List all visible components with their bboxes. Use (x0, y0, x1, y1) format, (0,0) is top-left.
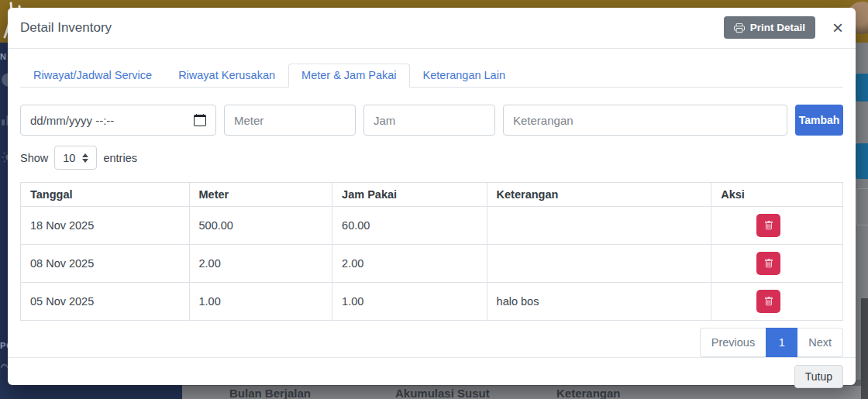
modal-header: Detail Inventory Print Detail × (8, 8, 856, 49)
jam-input[interactable] (363, 105, 495, 136)
page-scrollbar-thumb[interactable] (861, 298, 868, 399)
table-header-row: Tanggal Meter Jam Pakai Keterangan Aksi (21, 183, 843, 207)
cell-jam-pakai: 1.00 (332, 283, 487, 321)
col-header-tanggal: Tanggal (21, 183, 190, 207)
pagination-page-1[interactable]: 1 (766, 328, 797, 357)
col-header-keterangan: Keterangan (487, 183, 711, 207)
trash-icon (764, 297, 773, 306)
modal-body: Riwayat/Jadwal Service Riwayat Kerusakan… (8, 49, 856, 357)
trash-icon (764, 259, 773, 268)
pagination-next[interactable]: Next (797, 328, 843, 357)
detail-inventory-modal: Detail Inventory Print Detail × Riwayat/… (8, 8, 856, 385)
tab-item[interactable]: Riwayat/Jadwal Service (20, 64, 165, 88)
tutup-button[interactable]: Tutup (794, 365, 843, 388)
cell-tanggal: 18 Nov 2025 (21, 207, 190, 245)
sidebar-label-top: N (0, 52, 7, 61)
cell-jam-pakai: 2.00 (332, 245, 487, 283)
table-row: 08 Nov 2025 2.00 2.00 (21, 245, 843, 283)
printer-icon (734, 22, 745, 33)
keterangan-input[interactable] (503, 105, 787, 136)
modal-footer: Tutup (8, 357, 856, 395)
col-header-jam-pakai: Jam Pakai (332, 183, 487, 207)
print-detail-label: Print Detail (750, 22, 805, 33)
datetime-input[interactable]: dd/mm/yyyy --:-- (20, 105, 216, 136)
show-entries-control: Show 10 entries (20, 146, 843, 170)
show-label: Show (20, 152, 48, 164)
tab-bar: Riwayat/Jadwal Service Riwayat Kerusakan… (20, 64, 843, 88)
entries-select-value: 10 (63, 152, 75, 164)
pagination-container: Previous 1 Next (20, 328, 843, 357)
pagination-previous[interactable]: Previous (700, 328, 766, 357)
entries-label: entries (103, 152, 137, 164)
cell-meter: 1.00 (189, 283, 332, 321)
cell-keterangan (487, 207, 711, 245)
cell-aksi (711, 283, 843, 321)
tab-item[interactable]: Riwayat Kerusakan (165, 64, 288, 88)
pagination: Previous 1 Next (700, 328, 843, 357)
meter-jam-table: Tanggal Meter Jam Pakai Keterangan Aksi … (20, 182, 843, 321)
calendar-icon[interactable] (194, 114, 206, 126)
cell-meter: 500.00 (189, 207, 332, 245)
table-row: 05 Nov 2025 1.00 1.00 halo bos (21, 283, 843, 321)
col-header-aksi: Aksi (711, 183, 843, 207)
close-icon[interactable]: × (832, 19, 843, 37)
trash-icon (764, 221, 773, 230)
delete-button[interactable] (756, 290, 780, 313)
table-row: 18 Nov 2025 500.00 60.00 (21, 207, 843, 245)
meter-input[interactable] (224, 105, 356, 136)
cell-aksi (711, 207, 843, 245)
delete-button[interactable] (756, 214, 780, 237)
background-button-sliver (856, 143, 868, 179)
print-detail-button[interactable]: Print Detail (724, 16, 815, 39)
background-card-sliver (856, 188, 868, 225)
tab-item[interactable]: Meter & Jam Pakai (288, 64, 410, 88)
delete-button[interactable] (756, 252, 780, 275)
col-header-meter: Meter (189, 183, 332, 207)
cell-keterangan: halo bos (487, 283, 711, 321)
background-button-sliver (856, 74, 868, 101)
cell-jam-pakai: 60.00 (332, 207, 487, 245)
cell-aksi (711, 245, 843, 283)
tab-item[interactable]: Keterangan Lain (410, 64, 518, 88)
cell-tanggal: 05 Nov 2025 (21, 283, 190, 321)
cell-meter: 2.00 (189, 245, 332, 283)
datetime-value: dd/mm/yyyy --:-- (30, 114, 114, 127)
select-arrows-icon (82, 153, 88, 163)
tambah-button[interactable]: Tambah (795, 105, 843, 136)
modal-title: Detail Inventory (20, 20, 112, 36)
add-entry-form: dd/mm/yyyy --:-- Tambah (20, 105, 843, 136)
cell-tanggal: 08 Nov 2025 (21, 245, 190, 283)
cell-keterangan (487, 245, 711, 283)
entries-select[interactable]: 10 (54, 146, 97, 170)
